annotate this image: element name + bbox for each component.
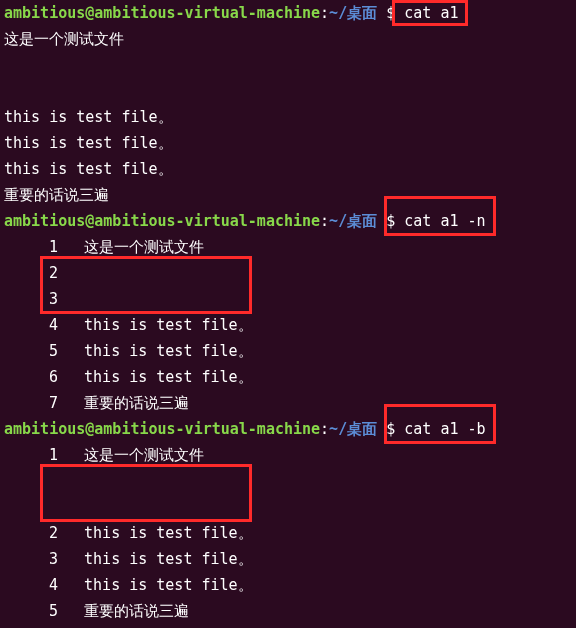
prompt-path: ~/桌面: [329, 212, 377, 230]
line-number: 4: [4, 572, 66, 598]
output-line: this is test file。: [4, 104, 572, 130]
line-text: 重要的话说三遍: [84, 602, 189, 620]
line-number: 4: [4, 312, 66, 338]
numbered-line: 5 this is test file。: [4, 338, 572, 364]
numbered-line: 7 重要的话说三遍: [4, 390, 572, 416]
numbered-line: 2: [4, 260, 572, 286]
line-number: 6: [4, 364, 66, 390]
output-line: 这是一个测试文件: [4, 26, 572, 52]
prompt-sep: :: [320, 420, 329, 438]
line-number: 5: [4, 598, 66, 624]
terminal[interactable]: ambitious@ambitious-virtual-machine:~/桌面…: [0, 0, 576, 628]
line-text: 这是一个测试文件: [84, 238, 204, 256]
line-text: this is test file。: [84, 316, 253, 334]
prompt-line-3: ambitious@ambitious-virtual-machine:~/桌面…: [4, 416, 572, 442]
line-text: 重要的话说三遍: [84, 394, 189, 412]
prompt-symbol: $: [386, 420, 395, 438]
output-line: [4, 52, 572, 78]
prompt-symbol: $: [386, 212, 395, 230]
prompt-user: ambitious@ambitious-virtual-machine: [4, 212, 320, 230]
prompt-user: ambitious@ambitious-virtual-machine: [4, 4, 320, 22]
numbered-line: [4, 468, 572, 494]
prompt-line-1: ambitious@ambitious-virtual-machine:~/桌面…: [4, 0, 572, 26]
numbered-line: 4 this is test file。: [4, 572, 572, 598]
prompt-sep: :: [320, 212, 329, 230]
line-number: 7: [4, 390, 66, 416]
line-text: this is test file。: [84, 576, 253, 594]
numbered-line: 2 this is test file。: [4, 520, 572, 546]
numbered-line: 1 这是一个测试文件: [4, 442, 572, 468]
numbered-line: 3: [4, 286, 572, 312]
command-2: cat a1 -n: [404, 212, 485, 230]
line-number: 3: [4, 286, 66, 312]
line-number: 3: [4, 546, 66, 572]
line-number: 1: [4, 234, 66, 260]
line-text: this is test file。: [84, 524, 253, 542]
numbered-line: 6 this is test file。: [4, 364, 572, 390]
output-line: this is test file。: [4, 156, 572, 182]
command-1: cat a1: [404, 4, 458, 22]
line-text: this is test file。: [84, 342, 253, 360]
prompt-sep: :: [320, 4, 329, 22]
numbered-line: [4, 494, 572, 520]
command-3: cat a1 -b: [404, 420, 485, 438]
prompt-user: ambitious@ambitious-virtual-machine: [4, 420, 320, 438]
line-text: 这是一个测试文件: [84, 446, 204, 464]
line-text: this is test file。: [84, 368, 253, 386]
output-line: this is test file。: [4, 130, 572, 156]
output-line: 重要的话说三遍: [4, 182, 572, 208]
output-line: [4, 78, 572, 104]
line-number: 1: [4, 442, 66, 468]
prompt-path: ~/桌面: [329, 420, 377, 438]
numbered-line: 3 this is test file。: [4, 546, 572, 572]
numbered-line: 5 重要的话说三遍: [4, 598, 572, 624]
line-text: this is test file。: [84, 550, 253, 568]
numbered-line: 1 这是一个测试文件: [4, 234, 572, 260]
prompt-symbol: $: [386, 4, 395, 22]
line-number: 2: [4, 260, 66, 286]
line-number: 2: [4, 520, 66, 546]
line-number: 5: [4, 338, 66, 364]
numbered-line: 4 this is test file。: [4, 312, 572, 338]
prompt-line-2: ambitious@ambitious-virtual-machine:~/桌面…: [4, 208, 572, 234]
prompt-path: ~/桌面: [329, 4, 377, 22]
